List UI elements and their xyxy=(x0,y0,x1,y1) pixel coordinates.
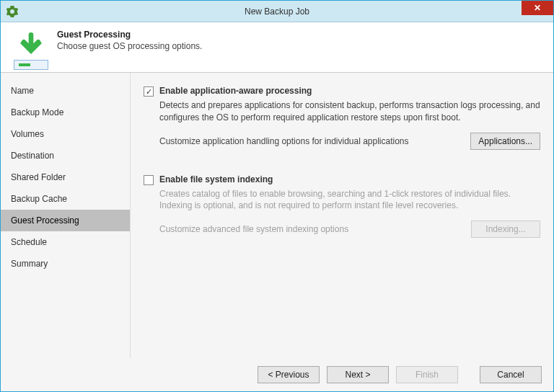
sidebar-item-volumes[interactable]: Volumes xyxy=(1,123,130,145)
previous-button[interactable]: < Previous xyxy=(258,366,320,383)
wizard-window: New Backup Job ✕ Guest Processing Choose… xyxy=(0,0,554,392)
gear-icon xyxy=(6,6,18,17)
enable-indexing-label: Enable file system indexing xyxy=(159,174,273,184)
cancel-button[interactable]: Cancel xyxy=(480,366,542,383)
wizard-header: Guest Processing Choose guest OS process… xyxy=(1,22,553,73)
close-button[interactable]: ✕ xyxy=(522,1,553,15)
page-subtitle: Choose guest OS processing options. xyxy=(57,41,202,51)
indexing-description: Creates catalog of files to enable brows… xyxy=(159,188,540,213)
page-title: Guest Processing xyxy=(57,30,202,40)
sidebar-item-summary[interactable]: Summary xyxy=(1,253,130,275)
wizard-footer: < Previous Next > Finish Cancel xyxy=(1,358,553,391)
wizard-sidebar: Name Backup Mode Volumes Destination Sha… xyxy=(1,73,131,358)
section-app-aware: Enable application-aware processing Dete… xyxy=(144,86,540,150)
applications-button[interactable]: Applications... xyxy=(470,133,540,150)
window-title: New Backup Job xyxy=(245,6,309,17)
sidebar-item-name[interactable]: Name xyxy=(1,80,130,102)
section-file-indexing: Enable file system indexing Creates cata… xyxy=(144,174,540,239)
sidebar-item-shared-folder[interactable]: Shared Folder xyxy=(1,166,130,188)
titlebar: New Backup Job ✕ xyxy=(1,1,553,22)
next-button[interactable]: Next > xyxy=(327,366,389,383)
app-aware-description: Detects and prepares applications for co… xyxy=(159,99,540,124)
close-icon: ✕ xyxy=(534,3,541,13)
enable-indexing-checkbox[interactable] xyxy=(144,175,154,185)
sidebar-item-backup-mode[interactable]: Backup Mode xyxy=(1,102,130,123)
sidebar-item-destination[interactable]: Destination xyxy=(1,145,130,166)
sidebar-item-backup-cache[interactable]: Backup Cache xyxy=(1,188,130,210)
enable-app-aware-checkbox[interactable] xyxy=(144,86,154,97)
wizard-step-icon xyxy=(14,30,48,64)
finish-button: Finish xyxy=(396,366,458,383)
sidebar-item-schedule[interactable]: Schedule xyxy=(1,231,130,253)
wizard-body: Name Backup Mode Volumes Destination Sha… xyxy=(1,73,553,358)
sidebar-item-guest-processing[interactable]: Guest Processing xyxy=(1,210,130,231)
indexing-button: Indexing... xyxy=(471,220,540,238)
app-aware-customize-text: Customize application handling options f… xyxy=(159,136,409,146)
progress-badge-icon xyxy=(14,60,48,70)
indexing-customize-text: Customize advanced file system indexing … xyxy=(159,224,348,234)
wizard-content: Enable application-aware processing Dete… xyxy=(131,73,553,358)
enable-app-aware-label: Enable application-aware processing xyxy=(159,86,312,96)
